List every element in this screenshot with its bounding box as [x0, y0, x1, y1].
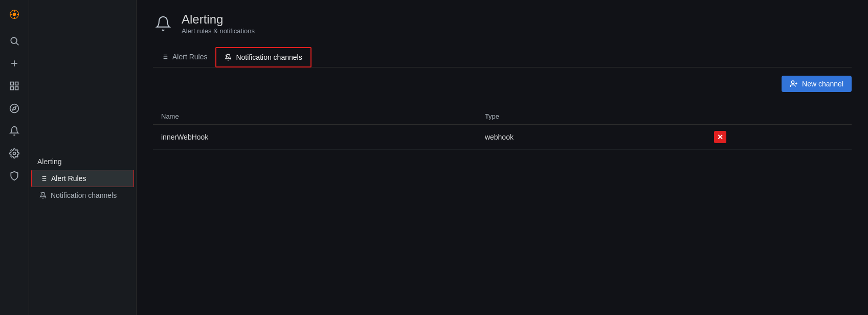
channels-table: Name Type innerWebHook webhook ✕: [153, 108, 852, 150]
tab-alert-rules-icon: [161, 53, 168, 60]
table-row: innerWebHook webhook ✕: [153, 124, 852, 149]
channel-actions: ✕: [706, 124, 852, 149]
tabs: Alert Rules Notification channels: [153, 47, 852, 68]
tab-notification-channels[interactable]: Notification channels: [215, 47, 311, 68]
notification-channels-icon: [39, 192, 47, 199]
svg-rect-10: [11, 82, 14, 85]
dashboards-icon[interactable]: [4, 76, 25, 96]
svg-point-16: [13, 152, 16, 155]
page-subtitle: Alert rules & notifications: [182, 27, 255, 35]
sidebar-icons: [0, 0, 29, 315]
new-channel-button-label: New channel: [802, 80, 843, 88]
svg-point-14: [10, 104, 19, 113]
channel-type: webhook: [477, 124, 706, 149]
sidebar-item-alert-rules-label: Alert Rules: [51, 174, 86, 183]
add-icon[interactable]: [4, 53, 25, 74]
secondary-sidebar: Alerting Alert Rules Notification channe…: [29, 0, 137, 315]
settings-icon[interactable]: [4, 143, 25, 164]
svg-rect-13: [15, 87, 18, 90]
tab-alert-rules-label: Alert Rules: [172, 53, 207, 61]
explore-icon[interactable]: [4, 98, 25, 119]
page-bell-icon: [153, 13, 173, 34]
svg-point-6: [11, 37, 17, 43]
shield-icon[interactable]: [4, 166, 25, 186]
svg-rect-12: [11, 87, 14, 90]
new-channel-button[interactable]: New channel: [782, 76, 852, 92]
main-content: Alerting Alert rules & notifications Ale…: [137, 0, 868, 315]
tab-notification-channels-icon: [225, 54, 232, 61]
svg-point-1: [13, 13, 16, 16]
table-header-name: Name: [153, 108, 477, 125]
page-title: Alerting: [182, 12, 255, 27]
page-title-row: Alerting Alert rules & notifications: [153, 12, 852, 35]
content-area: New channel Name Type innerWebHook webho…: [137, 68, 868, 315]
alerting-sidebar-icon[interactable]: [4, 121, 25, 141]
grafana-logo-icon[interactable]: [4, 4, 25, 25]
page-header: Alerting Alert rules & notifications Ale…: [137, 0, 868, 68]
table-header-type: Type: [477, 108, 706, 125]
svg-marker-15: [12, 106, 16, 110]
add-user-icon: [790, 80, 798, 88]
sidebar-item-alert-rules[interactable]: Alert Rules: [31, 170, 134, 187]
svg-rect-11: [15, 82, 18, 85]
channel-name: innerWebHook: [153, 124, 477, 149]
sidebar-item-notification-channels[interactable]: Notification channels: [31, 187, 134, 204]
delete-channel-button[interactable]: ✕: [714, 131, 726, 143]
search-icon[interactable]: [4, 31, 25, 51]
svg-line-7: [16, 43, 19, 46]
svg-point-31: [791, 81, 794, 83]
sidebar-item-notification-channels-label: Notification channels: [51, 191, 117, 199]
table-header-actions: [706, 108, 852, 125]
sidebar-section-title: Alerting: [29, 153, 136, 170]
tab-notification-channels-label: Notification channels: [236, 53, 302, 61]
tab-alert-rules[interactable]: Alert Rules: [153, 47, 215, 68]
list-icon: [40, 175, 47, 182]
page-title-text: Alerting Alert rules & notifications: [182, 12, 255, 35]
